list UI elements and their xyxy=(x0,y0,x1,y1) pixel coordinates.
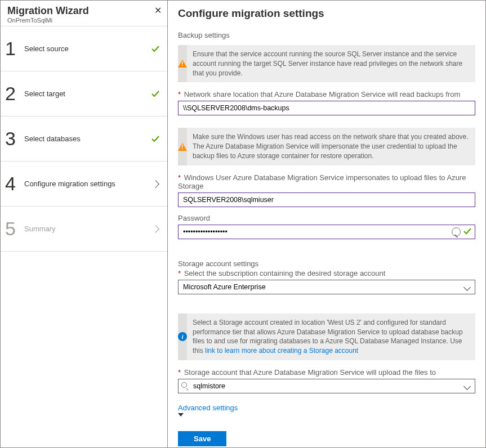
steps-list: 1 Select source 2 Select target 3 Select… xyxy=(1,26,167,252)
warning-icon xyxy=(178,45,187,82)
info-icon: i xyxy=(178,313,187,360)
windows-user-label: * Windows User Azure Database Migration … xyxy=(178,173,475,190)
check-icon xyxy=(150,89,160,98)
password-input[interactable] xyxy=(178,225,475,239)
warning-icon xyxy=(178,128,187,165)
storage-account-combobox[interactable] xyxy=(178,379,475,393)
info-alert-storage: i Select a Storage account created in lo… xyxy=(178,313,475,360)
search-icon xyxy=(181,382,187,388)
save-button[interactable]: Save xyxy=(178,431,226,446)
reveal-password-icon[interactable] xyxy=(452,227,461,236)
step-number: 5 xyxy=(5,218,24,240)
step-number: 2 xyxy=(5,83,24,105)
step-select-target[interactable]: 2 Select target xyxy=(1,71,167,117)
subscription-label: * Select the subscription containing the… xyxy=(178,269,475,277)
alert-text: Make sure the Windows user has read acce… xyxy=(187,128,475,165)
network-share-input[interactable] xyxy=(178,101,475,115)
wizard-subtitle: OnPremToSqlMi xyxy=(7,17,160,24)
warning-alert-user-access: Make sure the Windows user has read acce… xyxy=(178,128,475,165)
step-configure-migration-settings[interactable]: 4 Configure migration settings xyxy=(1,162,167,207)
chevron-right-icon xyxy=(150,181,160,187)
step-select-databases[interactable]: 3 Select databases xyxy=(1,117,167,162)
step-label: Select databases xyxy=(24,135,150,143)
chevron-right-icon xyxy=(150,226,160,232)
wizard-title: Migration Wizard xyxy=(7,5,160,17)
step-number: 4 xyxy=(5,173,24,195)
step-summary[interactable]: 5 Summary xyxy=(1,207,167,252)
alert-text: Select a Storage account created in loca… xyxy=(187,313,475,360)
check-icon xyxy=(463,227,472,238)
sidebar-header: Migration Wizard OnPremToSqlMi ✕ xyxy=(1,1,167,26)
step-label: Select source xyxy=(24,44,150,53)
caret-down-icon xyxy=(178,413,184,416)
step-label: Select target xyxy=(24,89,150,98)
backup-settings-heading: Backup settings xyxy=(178,31,475,39)
storage-settings-heading: Storage account settings xyxy=(178,259,475,268)
warning-alert-service-account: Ensure that the service account running … xyxy=(178,45,475,82)
alert-text: Ensure that the service account running … xyxy=(187,45,475,82)
subscription-select[interactable]: Microsoft Azure Enterprise xyxy=(178,280,475,294)
check-icon xyxy=(150,44,160,53)
page-title: Configure migration settings xyxy=(178,7,475,20)
step-number: 3 xyxy=(5,128,24,150)
storage-account-label: * Storage account that Azure Database Mi… xyxy=(178,368,475,377)
check-icon xyxy=(150,135,160,144)
step-label: Summary xyxy=(24,225,150,233)
advanced-settings-toggle[interactable]: Advanced settings xyxy=(178,404,475,412)
windows-user-input[interactable] xyxy=(178,192,475,207)
wizard-sidebar: Migration Wizard OnPremToSqlMi ✕ 1 Selec… xyxy=(1,1,168,447)
network-share-label: * Network share location that Azure Data… xyxy=(178,90,475,98)
password-label: Password xyxy=(178,214,475,222)
step-select-source[interactable]: 1 Select source xyxy=(1,26,167,71)
close-icon[interactable]: ✕ xyxy=(154,5,162,16)
main-panel: Configure migration settings Backup sett… xyxy=(168,1,485,447)
storage-learn-more-link[interactable]: link to learn more about creating a Stor… xyxy=(205,347,358,355)
step-number: 1 xyxy=(5,38,24,60)
step-label: Configure migration settings xyxy=(24,180,150,188)
